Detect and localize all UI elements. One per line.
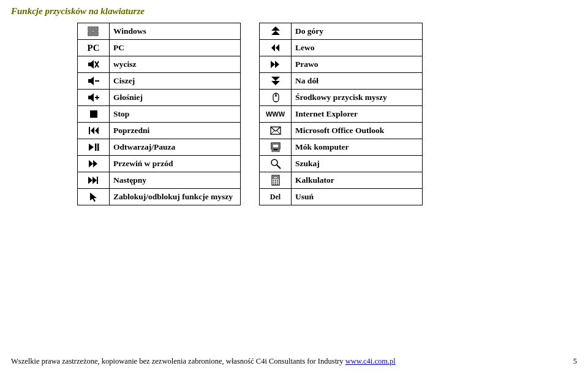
label-calc: Kalkulator (292, 172, 423, 189)
table-row: Windows (78, 23, 241, 40)
table-row: wycisz (78, 56, 241, 73)
table-row: Poprzedni (78, 123, 241, 139)
footer-text: Wszelkie prawa zastrzeżone, kopiowanie b… (11, 357, 396, 366)
table-row: Szukaj (260, 156, 423, 172)
search-icon (260, 156, 292, 172)
stop-icon (78, 106, 110, 123)
table-row: Microsoft Office Outlook (260, 123, 423, 139)
next-icon (78, 172, 110, 189)
play-pause-icon (78, 139, 110, 156)
label-outlook: Microsoft Office Outlook (292, 123, 423, 139)
windows-icon (78, 23, 110, 40)
label-left: Lewo (292, 40, 423, 56)
label-stop: Stop (110, 106, 241, 123)
prev-icon (78, 123, 110, 139)
left-table: Windows PC PC wycisz Ciszej Głośniej Sto… (77, 23, 241, 205)
right-table: Do góry Lewo Prawo Na dół Środkowy przyc… (259, 23, 423, 205)
ffwd2-icon (260, 56, 292, 73)
table-row: Ciszej (78, 73, 241, 90)
table-row: Mók komputer (260, 139, 423, 156)
ffwd-icon (78, 156, 110, 172)
label-up: Do góry (292, 23, 423, 40)
label-play-pause: Odtwarzaj/Pauza (110, 139, 241, 156)
label-vol-down: Ciszej (110, 73, 241, 90)
vol-down-icon (78, 73, 110, 90)
page-number: 5 (573, 357, 577, 366)
tables-container: Windows PC PC wycisz Ciszej Głośniej Sto… (11, 23, 577, 205)
mouse-icon (260, 90, 292, 106)
table-row: Odtwarzaj/Pauza (78, 139, 241, 156)
label-my-computer: Mók komputer (292, 139, 423, 156)
table-row: Na dół (260, 73, 423, 90)
label-ffwd: Przewiń w przód (110, 156, 241, 172)
mute-icon (78, 56, 110, 73)
label-vol-up: Głośniej (110, 90, 241, 106)
table-row: Stop (78, 106, 241, 123)
rewind-icon (260, 40, 292, 56)
label-middle-mouse: Środkowy przycisk myszy (292, 90, 423, 106)
label-lock-mouse: Zablokuj/odblokuj funkcje myszy (110, 189, 241, 205)
footer: Wszelkie prawa zastrzeżone, kopiowanie b… (11, 357, 577, 366)
pc-icon: PC (78, 40, 110, 56)
calc-icon (260, 172, 292, 189)
label-windows: Windows (110, 23, 241, 40)
table-row: Lewo (260, 40, 423, 56)
label-right: Prawo (292, 56, 423, 73)
label-down: Na dół (292, 73, 423, 90)
table-row: PC PC (78, 40, 241, 56)
www-icon: WWW (260, 106, 292, 123)
label-ie: Internet Explorer (292, 106, 423, 123)
footer-link[interactable]: www.c4i.com.pl (345, 357, 396, 365)
label-next: Następny (110, 172, 241, 189)
cursor-icon (78, 189, 110, 205)
label-search: Szukaj (292, 156, 423, 172)
label-delete: Usuń (292, 189, 423, 205)
table-row: Do góry (260, 23, 423, 40)
table-row: WWW Internet Explorer (260, 106, 423, 123)
table-row: Środkowy przycisk myszy (260, 90, 423, 106)
table-row: Zablokuj/odblokuj funkcje myszy (78, 189, 241, 205)
table-row: Kalkulator (260, 172, 423, 189)
computer-icon (260, 139, 292, 156)
label-pc: PC (110, 40, 241, 56)
up-icon (260, 23, 292, 40)
mail-icon (260, 123, 292, 139)
del-icon: Del (260, 189, 292, 205)
vol-up-icon (78, 90, 110, 106)
table-row: Następny (78, 172, 241, 189)
table-row: Del Usuń (260, 189, 423, 205)
label-mute: wycisz (110, 56, 241, 73)
table-row: Przewiń w przód (78, 156, 241, 172)
page-title: Funkcje przycisków na klawiaturze (11, 6, 577, 17)
label-prev: Poprzedni (110, 123, 241, 139)
footer-copy: Wszelkie prawa zastrzeżone, kopiowanie b… (11, 357, 345, 365)
table-row: Głośniej (78, 90, 241, 106)
down-icon (260, 73, 292, 90)
table-row: Prawo (260, 56, 423, 73)
